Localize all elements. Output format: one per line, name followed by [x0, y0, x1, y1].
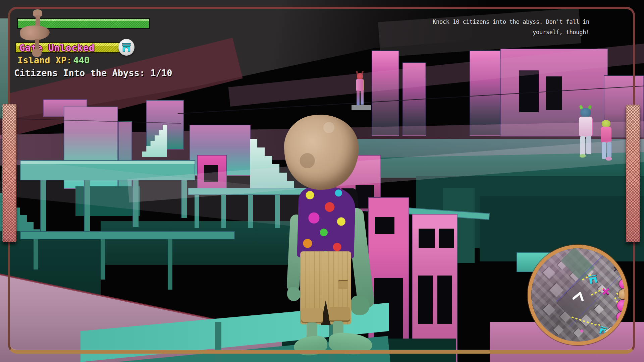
health-figure-icon	[20, 9, 51, 57]
objective-text: Knock 10 citizens into the abyss. Don't …	[415, 17, 589, 38]
abyss-counter-value: 1/10	[150, 68, 172, 78]
frame-pillar-right	[626, 105, 640, 242]
objective-line2: yourself, though!	[533, 29, 589, 36]
minimap-x-marker-dark	[613, 266, 620, 273]
minimap-dot	[580, 329, 583, 333]
gate-icon	[121, 42, 132, 53]
minimap-x-marker	[602, 287, 610, 295]
game-viewport[interactable]: Gate Unlocked Island XP:440 Citizens Int…	[0, 0, 644, 362]
abyss-counter-label: Citizens Into the Abyss:	[14, 68, 145, 78]
gate-orb	[118, 39, 135, 56]
minimap-gate-icon	[587, 273, 599, 286]
citizen-marker-icon	[619, 289, 628, 299]
frame-pillar-left	[2, 104, 16, 242]
objective-line1: Knock 10 citizens into the abyss. Don't …	[433, 18, 589, 25]
abyss-counter-row: Citizens Into the Abyss: 1/10	[14, 68, 172, 78]
island-xp-value: 440	[73, 55, 90, 65]
minimap	[528, 245, 628, 345]
